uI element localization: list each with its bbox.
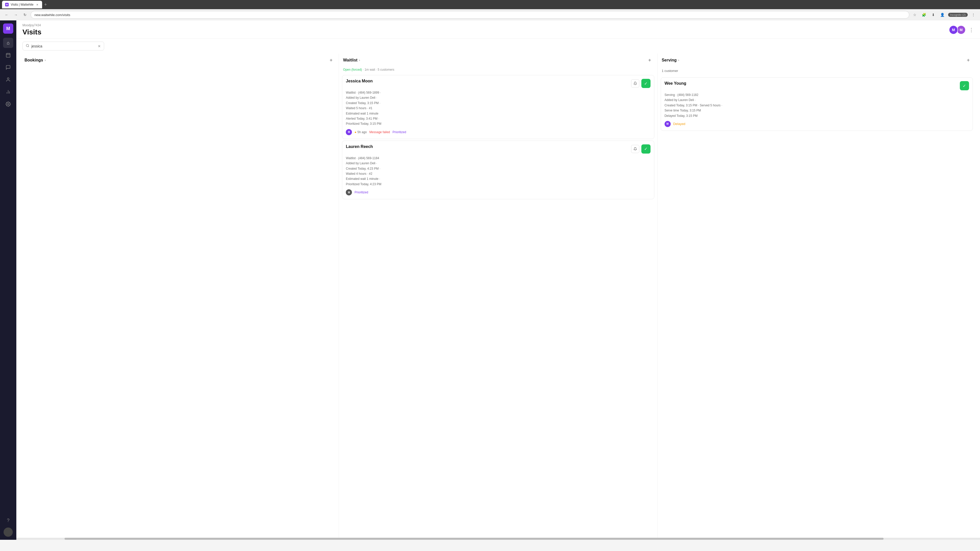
waitlist-chevron-icon: › — [359, 59, 360, 62]
tab-title: Visits | Waitwhile — [11, 3, 33, 6]
browser-tab-bar: W Visits | Waitwhile ✕ + — [0, 0, 980, 9]
sidebar-item-help[interactable]: ? — [3, 515, 13, 526]
bookings-content — [22, 67, 337, 538]
lauren-reech-detail2: Added by Lauren Deli · — [346, 161, 650, 166]
serving-customer-count: 1 customer — [660, 67, 974, 75]
jessica-moon-time-text: 5h ago — [358, 130, 367, 134]
wee-young-detail2: Added by Lauren Deli · — [665, 97, 969, 103]
menu-button[interactable]: ⋮ — [970, 11, 977, 18]
waitlist-status-detail: · 1m wait · 5 customers — [363, 68, 394, 71]
bookings-add-button[interactable]: + — [328, 57, 334, 64]
browser-controls: ← → ↻ new.waitwhile.com/visits ☆ 🧩 ⬇ 👤 I… — [0, 9, 980, 21]
column-serving: Serving › + 1 customer Wee Young ✓ — [658, 54, 976, 538]
new-tab-button[interactable]: + — [43, 1, 48, 8]
download-button[interactable]: ⬇ — [930, 11, 937, 18]
wee-young-delayed-tag: Delayed — [673, 122, 686, 126]
column-bookings: Bookings › + — [21, 54, 339, 538]
back-button[interactable]: ← — [3, 11, 10, 18]
search-input[interactable] — [32, 44, 96, 48]
profile-button[interactable]: 👤 — [939, 11, 946, 18]
lauren-reech-check-button[interactable]: ✓ — [641, 144, 651, 154]
visit-card-wee-young[interactable]: Wee Young ✓ Serving · (484) 569-1182 Add… — [661, 77, 973, 131]
jessica-moon-notify-button[interactable] — [631, 79, 639, 87]
wee-young-avatar: M — [665, 121, 671, 127]
main-content: Moodjoy7434 Visits M M ⋮ — [16, 21, 980, 540]
waitlist-add-button[interactable]: + — [646, 57, 653, 64]
jessica-moon-detail5: Estimated wait 1 minute — [346, 111, 650, 116]
lauren-reech-detail1: Waitlist · (484) 569-1184 — [346, 156, 650, 161]
sidebar-item-home[interactable]: ⌂ — [3, 38, 13, 48]
sidebar-logo[interactable]: M — [3, 24, 13, 34]
sidebar-item-analytics[interactable] — [3, 87, 13, 97]
reload-button[interactable]: ↻ — [21, 11, 29, 18]
page-title: Visits — [22, 28, 41, 36]
jessica-moon-details: Waitlist · (484) 569-1899 · Added by Lau… — [346, 90, 650, 127]
serving-chevron-icon: › — [678, 59, 679, 62]
svg-point-4 — [7, 78, 9, 79]
wee-young-name: Wee Young — [665, 81, 686, 86]
column-bookings-header: Bookings › + — [22, 54, 337, 67]
bookings-chevron-icon: › — [45, 59, 46, 62]
avatar-m1[interactable]: M — [949, 25, 958, 35]
lauren-reech-details: Waitlist · (484) 569-1184 Added by Laure… — [346, 156, 650, 187]
column-waitlist-header: Waitlist › + — [341, 54, 655, 67]
app-header: Moodjoy7434 Visits M M ⋮ — [16, 21, 980, 38]
svg-rect-0 — [6, 53, 10, 57]
svg-line-10 — [28, 46, 29, 47]
jessica-moon-detail4: Waited 5 hours · #1 — [346, 106, 650, 111]
svg-point-9 — [26, 44, 29, 47]
lauren-reech-notify-button[interactable] — [631, 145, 639, 153]
jessica-moon-detail7: Prioritized Today, 3:15 PM — [346, 121, 650, 126]
bookmark-button[interactable]: ☆ — [912, 11, 918, 18]
scrollbar-thumb — [65, 538, 884, 540]
jessica-moon-detail3: Created Today, 3:15 PM · — [346, 100, 650, 106]
column-bookings-title: Bookings — [24, 58, 43, 62]
url-text: new.waitwhile.com/visits — [35, 13, 70, 17]
jessica-moon-time: ● 5h ago — [355, 130, 367, 134]
extensions-button[interactable]: 🧩 — [921, 11, 928, 18]
sidebar-item-users[interactable] — [3, 75, 13, 85]
lauren-reech-detail5: Estimated wait 1 minute · — [346, 176, 650, 181]
wee-young-check-button[interactable]: ✓ — [960, 81, 969, 90]
header-left: Moodjoy7434 Visits — [22, 24, 41, 36]
jessica-moon-detail2: Added by Lauren Deli · — [346, 95, 650, 100]
search-clear-button[interactable]: ✕ — [98, 44, 101, 48]
forward-button[interactable]: → — [12, 11, 19, 18]
header-top: Moodjoy7434 Visits M M ⋮ — [22, 24, 974, 36]
tab-favicon: W — [5, 3, 9, 6]
jessica-moon-status-dot: ● — [355, 130, 356, 134]
serving-content: Wee Young ✓ Serving · (484) 569-1182 Add… — [660, 75, 974, 538]
sidebar-item-settings[interactable] — [3, 99, 13, 109]
jessica-moon-avatar: M — [346, 129, 352, 135]
jessica-moon-check-button[interactable]: ✓ — [641, 79, 651, 88]
lauren-reech-detail3: Created Today, 4:23 PM · — [346, 166, 650, 171]
wee-young-detail3: Created Today, 3:15 PM · Served 5 hours … — [665, 103, 969, 108]
jessica-moon-detail1: Waitlist · (484) 569-1899 · — [346, 90, 650, 95]
search-icon — [26, 44, 29, 48]
jessica-moon-footer: M ● 5h ago Message failed Prioritized — [346, 129, 650, 135]
column-bookings-title-group: Bookings › — [24, 58, 46, 62]
wee-young-detail5: Delayed Today, 3:15 PM — [665, 113, 969, 118]
sidebar-item-calendar[interactable] — [3, 50, 13, 60]
jessica-moon-header: Jessica Moon ✓ — [346, 79, 650, 88]
lauren-reech-avatar: M — [346, 189, 352, 195]
visit-card-lauren-reech[interactable]: Lauren Reech ✓ Waitli — [342, 141, 654, 199]
lauren-reech-name: Lauren Reech — [346, 144, 373, 149]
tab-close-button[interactable]: ✕ — [35, 3, 39, 6]
column-waitlist-title: Waitlist — [343, 58, 357, 62]
sidebar-item-messages[interactable] — [3, 62, 13, 73]
horizontal-scrollbar[interactable] — [16, 538, 980, 540]
active-browser-tab[interactable]: W Visits | Waitwhile ✕ — [2, 1, 42, 8]
wee-young-footer: M Delayed — [665, 121, 969, 127]
lauren-reech-header: Lauren Reech ✓ — [346, 144, 650, 154]
incognito-badge: Incognito (2) — [948, 13, 968, 17]
sidebar-bottom: ? — [3, 515, 13, 537]
jessica-moon-name: Jessica Moon — [346, 79, 372, 83]
more-options-button[interactable]: ⋮ — [969, 27, 974, 33]
serving-add-button[interactable]: + — [965, 57, 972, 64]
user-avatar[interactable] — [3, 527, 13, 537]
lauren-reech-detail4: Waited 4 hours · #2 — [346, 171, 650, 176]
address-bar[interactable]: new.waitwhile.com/visits — [30, 11, 909, 19]
visit-card-jessica-moon[interactable]: Jessica Moon ✓ Waitli — [342, 75, 654, 139]
avatar-group: M M — [949, 25, 966, 35]
